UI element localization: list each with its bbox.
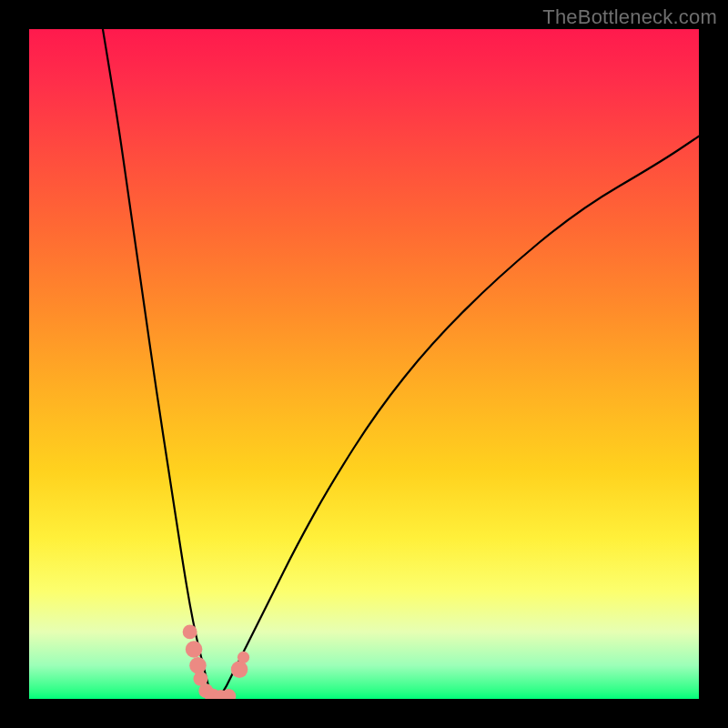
marker-group [183,624,249,699]
data-marker [189,657,207,674]
plot-area [29,29,699,699]
outer-frame: TheBottleneck.com [0,0,728,728]
watermark-text: TheBottleneck.com [542,5,717,29]
data-marker [238,652,249,663]
curve-right-branch [217,136,699,699]
data-marker [231,661,248,678]
curve-left-branch [103,29,217,699]
chart-svg [29,29,699,699]
data-marker [186,641,203,658]
data-marker [183,624,197,639]
